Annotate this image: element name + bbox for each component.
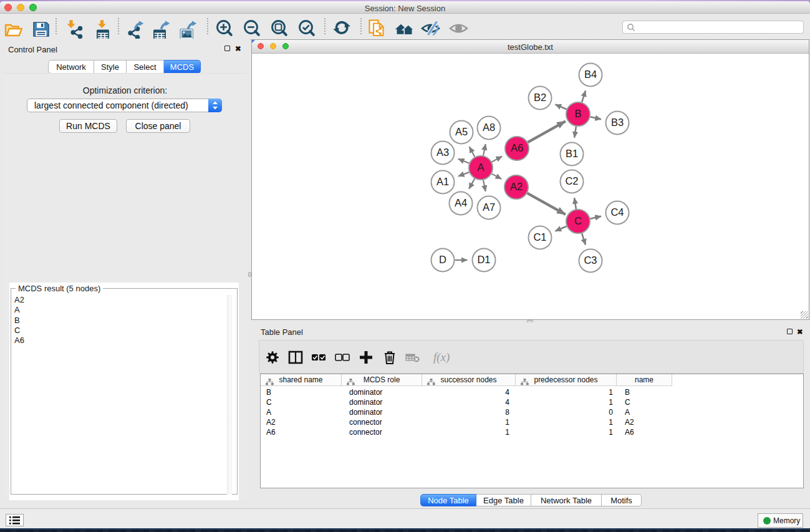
svg-text:A5: A5	[455, 126, 468, 137]
svg-text:B2: B2	[534, 92, 546, 103]
svg-text:B: B	[574, 108, 581, 119]
svg-text:A7: A7	[483, 201, 495, 213]
svg-text:A: A	[477, 162, 484, 173]
svg-text:A2: A2	[510, 181, 523, 192]
svg-text:A1: A1	[436, 176, 449, 187]
svg-text:D1: D1	[477, 254, 490, 265]
svg-text:D: D	[439, 254, 446, 265]
svg-text:B1: B1	[566, 148, 578, 159]
svg-text:A4: A4	[455, 197, 467, 208]
svg-text:C1: C1	[533, 231, 546, 243]
svg-text:A8: A8	[483, 122, 495, 133]
svg-text:C4: C4	[610, 206, 624, 218]
svg-text:A6: A6	[511, 142, 523, 153]
svg-text:C3: C3	[584, 254, 597, 266]
svg-text:B3: B3	[611, 117, 624, 128]
svg-text:C: C	[574, 215, 582, 226]
svg-text:C2: C2	[565, 175, 578, 186]
svg-text:B4: B4	[584, 69, 597, 80]
svg-text:A3: A3	[436, 147, 449, 158]
svg-text:f(x): f(x)	[433, 351, 450, 364]
